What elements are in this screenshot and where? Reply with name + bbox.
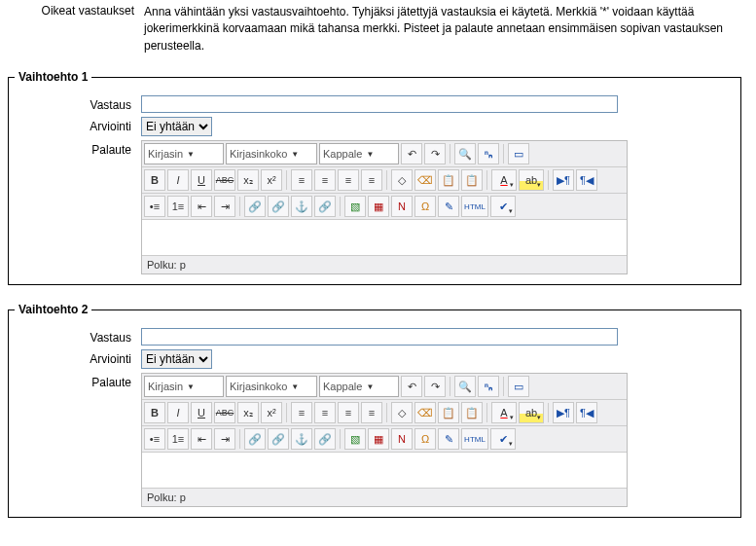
font-color-icon[interactable]: A	[491, 402, 517, 423]
find-icon[interactable]: 🔍	[454, 376, 476, 397]
redo-icon[interactable]: ↷	[424, 376, 446, 397]
cleanup-icon[interactable]: ◇	[391, 402, 413, 423]
underline-icon[interactable]: U	[191, 169, 212, 191]
align-justify-icon[interactable]: ≡	[361, 402, 382, 423]
indent-icon[interactable]: ⇥	[214, 196, 235, 217]
remove-format-icon[interactable]: ⌫	[414, 402, 436, 423]
ordered-list-icon[interactable]: 1≡	[167, 196, 189, 217]
editor-path-2: Polku: p	[142, 488, 627, 506]
find-replace-icon[interactable]: ⁿₙ	[478, 143, 499, 164]
format-select[interactable]: Kappale▼	[319, 143, 399, 164]
outdent-icon[interactable]: ⇤	[191, 196, 212, 217]
rtl-icon[interactable]: ¶◀	[576, 169, 597, 191]
strike-icon[interactable]: ABC	[214, 169, 235, 191]
indent-icon[interactable]: ⇥	[214, 428, 235, 450]
paste-text-icon[interactable]: 📋	[438, 402, 459, 423]
strike-icon[interactable]: ABC	[214, 402, 235, 423]
toolbar-row-1a: Kirjasin▼ Kirjasinkoko▼ Kappale▼ ↶ ↷ 🔍 ⁿ…	[142, 141, 627, 167]
html-icon[interactable]: HTML	[461, 196, 488, 217]
align-right-icon[interactable]: ≡	[338, 402, 359, 423]
answer-input-2[interactable]	[141, 328, 618, 346]
feedback-editor-2: Kirjasin▼ Kirjasinkoko▼ Kappale▼ ↶ ↷ 🔍 ⁿ…	[141, 373, 628, 507]
editor-textarea-1[interactable]	[142, 220, 627, 255]
highlight-icon[interactable]: ab	[519, 402, 544, 423]
outdent-icon[interactable]: ⇤	[191, 428, 212, 450]
link-icon[interactable]: 🔗	[244, 428, 266, 450]
font-select[interactable]: Kirjasin▼	[144, 143, 224, 164]
unordered-list-icon[interactable]: •≡	[144, 196, 165, 217]
image-icon[interactable]: ▧	[344, 196, 366, 217]
fullscreen-icon[interactable]: ▭	[508, 376, 529, 397]
feedback-label: Palaute	[15, 373, 141, 389]
align-center-icon[interactable]: ≡	[314, 169, 336, 191]
option-1-legend: Vaihtoehto 1	[15, 70, 91, 84]
subscript-icon[interactable]: x₂	[237, 169, 259, 191]
char-icon[interactable]: Ω	[414, 196, 436, 217]
option-2-fieldset: Vaihtoehto 2 Vastaus Arviointi Ei yhtään…	[8, 303, 741, 518]
ltr-icon[interactable]: ▶¶	[553, 169, 574, 191]
align-justify-icon[interactable]: ≡	[361, 169, 382, 191]
edit-icon[interactable]: ✎	[438, 428, 459, 450]
grade-select-2[interactable]: Ei yhtään	[141, 349, 212, 369]
toolbar-row-1b: B I U ABC x₂ x² ≡ ≡ ≡ ≡ ◇ ⌫ 📋 📋	[142, 167, 627, 194]
redo-icon[interactable]: ↷	[424, 143, 446, 164]
italic-icon[interactable]: I	[167, 402, 189, 423]
table-icon[interactable]: ▦	[368, 196, 389, 217]
undo-icon[interactable]: ↶	[401, 143, 422, 164]
edit-icon[interactable]: ✎	[438, 196, 459, 217]
remove-format-icon[interactable]: ⌫	[414, 169, 436, 191]
line-icon[interactable]: N	[391, 428, 413, 450]
align-left-icon[interactable]: ≡	[291, 402, 312, 423]
editor-textarea-2[interactable]	[142, 453, 627, 488]
option-1-fieldset: Vaihtoehto 1 Vastaus Arviointi Ei yhtään…	[8, 70, 741, 285]
align-right-icon[interactable]: ≡	[338, 169, 359, 191]
subscript-icon[interactable]: x₂	[237, 402, 259, 423]
ltr-icon[interactable]: ▶¶	[553, 402, 574, 423]
unlink-icon[interactable]: 🔗	[268, 428, 289, 450]
find-replace-icon[interactable]: ⁿₙ	[478, 376, 499, 397]
answer-input-1[interactable]	[141, 95, 618, 113]
align-center-icon[interactable]: ≡	[314, 402, 336, 423]
font-color-icon[interactable]: A	[491, 169, 517, 191]
link-icon[interactable]: 🔗	[244, 196, 266, 217]
align-left-icon[interactable]: ≡	[291, 169, 312, 191]
toolbar-row-2c: •≡ 1≡ ⇤ ⇥ 🔗 🔗 ⚓ 🔗 ▧ ▦ N Ω ✎ HTML ✔	[142, 426, 627, 453]
char-icon[interactable]: Ω	[414, 428, 436, 450]
bold-icon[interactable]: B	[144, 169, 165, 191]
fontsize-select[interactable]: Kirjasinkoko▼	[226, 376, 317, 397]
spell-icon[interactable]: ✔	[490, 196, 516, 217]
ordered-list-icon[interactable]: 1≡	[167, 428, 189, 450]
paste-word-icon[interactable]: 📋	[461, 169, 483, 191]
rtl-icon[interactable]: ¶◀	[576, 402, 597, 423]
font-select[interactable]: Kirjasin▼	[144, 376, 224, 397]
toolbar-row-2b: B I U ABC x₂ x² ≡ ≡ ≡ ≡ ◇ ⌫ 📋 📋	[142, 400, 627, 426]
line-icon[interactable]: N	[391, 196, 413, 217]
undo-icon[interactable]: ↶	[401, 376, 422, 397]
cleanup-icon[interactable]: ◇	[391, 169, 413, 191]
bold-icon[interactable]: B	[144, 402, 165, 423]
format-select[interactable]: Kappale▼	[319, 376, 399, 397]
unordered-list-icon[interactable]: •≡	[144, 428, 165, 450]
italic-icon[interactable]: I	[167, 169, 189, 191]
anchor-icon[interactable]: ⚓	[291, 428, 312, 450]
feedback-editor-1: Kirjasin▼ Kirjasinkoko▼ Kappale▼ ↶ ↷ 🔍 ⁿ…	[141, 140, 628, 274]
fontsize-select[interactable]: Kirjasinkoko▼	[226, 143, 317, 164]
paste-text-icon[interactable]: 📋	[438, 169, 459, 191]
html-icon[interactable]: HTML	[461, 428, 488, 450]
unlink-icon[interactable]: 🔗	[268, 196, 289, 217]
find-icon[interactable]: 🔍	[454, 143, 476, 164]
nolink-icon[interactable]: 🔗	[314, 428, 336, 450]
superscript-icon[interactable]: x²	[261, 169, 282, 191]
paste-word-icon[interactable]: 📋	[461, 402, 483, 423]
spell-icon[interactable]: ✔	[490, 428, 516, 450]
anchor-icon[interactable]: ⚓	[291, 196, 312, 217]
superscript-icon[interactable]: x²	[261, 402, 282, 423]
underline-icon[interactable]: U	[191, 402, 212, 423]
table-icon[interactable]: ▦	[368, 428, 389, 450]
toolbar-row-2a: Kirjasin▼ Kirjasinkoko▼ Kappale▼ ↶ ↷ 🔍 ⁿ…	[142, 374, 627, 400]
nolink-icon[interactable]: 🔗	[314, 196, 336, 217]
highlight-icon[interactable]: ab	[519, 169, 544, 191]
fullscreen-icon[interactable]: ▭	[508, 143, 529, 164]
image-icon[interactable]: ▧	[344, 428, 366, 450]
grade-select-1[interactable]: Ei yhtään	[141, 117, 212, 136]
